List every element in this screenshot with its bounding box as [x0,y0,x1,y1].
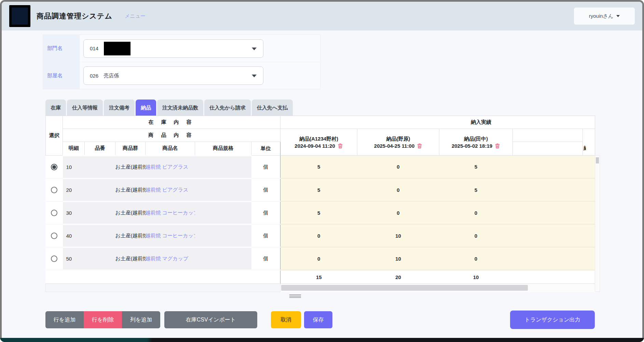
horizontal-scrollbar-thumb[interactable] [281,285,528,291]
cell-delivery-qty[interactable]: 0 [439,247,513,270]
row-select-radio[interactable] [51,164,57,170]
horizontal-scrollbar-track[interactable] [280,284,595,292]
row-select-radio[interactable] [51,255,57,262]
delivery-column-header: 納品(田中) 2025-05-02 18:19 [439,129,513,156]
cell-product-spec [195,201,251,224]
product-name-link[interactable]: 越前焼 コーヒーカップ [146,233,195,238]
cell-delivery-qty[interactable]: 5 [280,156,357,179]
product-name-link[interactable]: 越前焼 ビアグラス [146,187,189,193]
cell-product-group: お土産(越前焼) [115,233,146,239]
cell-product-spec [195,247,251,270]
cell-unit: 個 [251,247,280,270]
stock-csv-import-button[interactable]: 在庫CSVインポート [164,311,257,328]
cell-detail: 20 [63,179,85,201]
cell-delivery-empty [583,247,595,270]
transaction-export-button[interactable]: トランザクション出力 [510,311,595,329]
col-header-unit: 単位 [251,142,280,156]
delivery-column-header: 納品(A1234野村) 2024-09-04 11:20 [280,129,357,156]
row-select-radio[interactable] [51,210,57,216]
cell-product-spec [195,224,251,247]
vertical-scrollbar-thumb[interactable] [596,157,599,163]
menu-link[interactable]: メニュー [125,13,146,19]
user-name: ryouinさん [589,13,614,19]
tab-purchase-info[interactable]: 仕入等情報 [67,100,103,116]
room-code: 026 [90,73,98,79]
tab-delivery[interactable]: 納品 [136,100,156,116]
cell-delivery-qty[interactable]: 0 [280,247,357,270]
tab-supplier-invoice[interactable]: 仕入先から請求 [204,100,251,116]
tab-supplier-payment[interactable]: 仕入先へ支払 [252,100,293,116]
cell-delivery-empty [513,179,583,201]
cell-delivery-qty[interactable]: 0 [439,201,513,224]
product-name-link[interactable]: 越前焼 コーヒーカップ [146,210,195,215]
total-delivery-qty: 20 [357,270,439,284]
cell-delivery-qty[interactable]: 5 [439,156,513,179]
window-bottom-edge [0,338,644,342]
row-column-button-group: 行を追加 行を削除 列を追加 [45,311,160,328]
row-select-radio[interactable] [51,187,57,193]
cell-delivery-empty [583,156,595,179]
delivery-name: 納品(野原) [357,136,439,142]
user-menu-button[interactable]: ryouinさん [574,8,635,25]
room-select[interactable]: 026 売店係 [83,66,263,85]
table-row: 50 お土産(越前焼) 越前焼 マグカップ 個 0 10 0 [46,247,595,270]
cell-unit: 個 [251,156,280,179]
product-name-link[interactable]: 越前焼 ビアグラス [146,164,189,170]
trash-icon[interactable] [338,143,343,149]
col-header-product-name: 商品名 [146,142,195,156]
tab-bar: 在庫 仕入等情報 注文備考 納品 注文済未納品数 仕入先から請求 仕入先へ支払 [45,100,644,116]
horizontal-scrollbar-row [46,284,595,292]
room-label: 部屋名 [43,62,80,89]
trash-icon[interactable] [417,143,422,149]
department-label: 部門名 [43,35,80,62]
add-column-button[interactable]: 列を追加 [122,311,160,328]
cell-product-group: お土産(越前焼) [115,210,146,216]
table-row: 40 お土産(越前焼) 越前焼 コーヒーカップ 個 0 10 0 [46,224,595,247]
col-header-select: 選択 [46,116,63,156]
vertical-scrollbar-track[interactable] [595,155,600,292]
cell-delivery-qty[interactable]: 5 [280,201,357,224]
cell-delivery-qty[interactable]: 0 [280,224,357,247]
tab-stock[interactable]: 在庫 [45,100,66,116]
clipped-column-header: 納品 [583,129,595,156]
cell-delivery-qty[interactable]: 10 [357,247,439,270]
group-header-product: 商 品 内 容 [63,129,280,142]
cell-delivery-empty [513,224,583,247]
cell-part-no [85,247,115,270]
col-header-product-spec: 商品規格 [195,142,251,156]
cell-delivery-qty[interactable]: 10 [357,224,439,247]
cell-delivery-qty[interactable]: 0 [357,179,439,201]
delivery-column-header: 納品(野原) 2025-04-25 11:00 [357,129,439,156]
action-bar: 行を追加 行を削除 列を追加 在庫CSVインポート 取消 保存 トランザクション… [45,311,595,329]
cell-detail: 10 [63,156,85,179]
save-button[interactable]: 保存 [304,311,332,328]
tab-undelivered[interactable]: 注文済未納品数 [157,100,203,116]
tab-order-notes[interactable]: 注文備考 [104,100,135,116]
inventory-table-area: 選択 在 庫 内 容 納入実績 商 品 内 容 納品(A1234野村) 2024… [45,116,601,292]
cell-delivery-empty [513,156,583,179]
delivery-name: 納品(A1234野村) [280,136,357,142]
cancel-button[interactable]: 取消 [271,311,301,328]
cell-delivery-empty [513,247,583,270]
cell-delivery-empty [513,201,583,224]
cell-delivery-qty[interactable]: 0 [357,201,439,224]
app-logo [9,5,30,27]
table-resize-handle[interactable] [289,294,301,298]
cell-product-group: お土産(越前焼) [115,164,146,170]
delivery-datetime: 2025-04-25 11:00 [374,143,414,149]
cell-delivery-qty[interactable]: 0 [357,156,439,179]
room-row: 部屋名 026 売店係 [43,62,320,89]
department-select[interactable]: 014 [83,39,263,58]
empty-column-header [513,129,583,142]
cell-delivery-qty[interactable]: 5 [439,179,513,201]
select-caret-icon [252,48,257,50]
product-name-link[interactable]: 越前焼 マグカップ [146,255,189,261]
col-header-product-group: 商品群 [115,142,146,156]
chevron-down-icon [616,15,620,17]
cell-delivery-qty[interactable]: 5 [280,179,357,201]
cell-delivery-qty[interactable]: 0 [439,224,513,247]
delete-row-button[interactable]: 行を削除 [84,311,122,328]
trash-icon[interactable] [495,143,500,149]
row-select-radio[interactable] [51,233,57,239]
add-row-button[interactable]: 行を追加 [45,311,84,328]
